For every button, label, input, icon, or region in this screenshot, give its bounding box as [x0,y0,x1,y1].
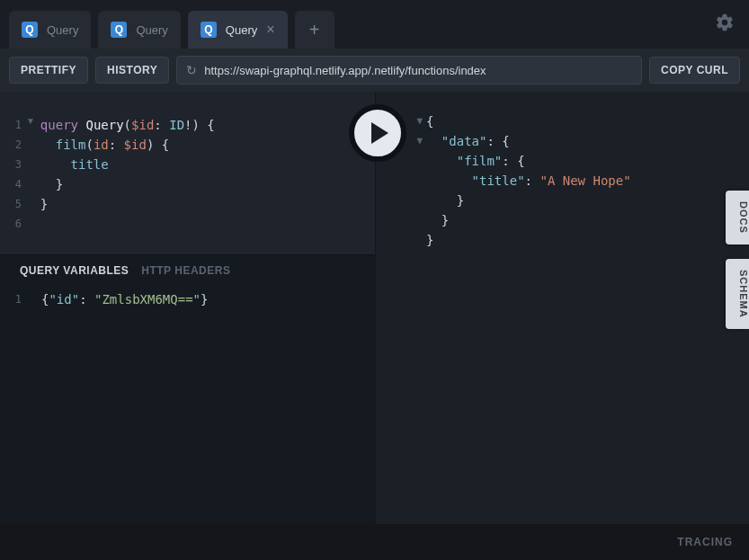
tab-marker-icon: Q [22,22,38,38]
variables-tabs: QUERY VARIABLES HTTP HEADERS [0,255,375,286]
query-code[interactable]: query Query($id: ID!) { film(id: $id) { … [25,115,368,214]
tab-query-3[interactable]: Q Query × [188,11,288,49]
result-pane: ▼ ▼ { "data": { "film": { "title": "A Ne… [376,92,749,524]
history-button[interactable]: HISTORY [95,57,169,84]
line-number: 1 [0,289,22,309]
play-icon [369,120,390,146]
tab-query-variables[interactable]: QUERY VARIABLES [20,264,129,277]
schema-panel-handle[interactable]: SCHEMA [726,259,749,329]
tab-label: Query [136,23,167,37]
close-icon[interactable]: × [266,22,274,37]
line-number: 1 [0,115,22,135]
line-number: 4 [0,174,22,194]
tab-label: Query [226,23,257,37]
tab-query-2[interactable]: Q Query [98,11,180,49]
tab-bar: Q Query Q Query Q Query × + [0,0,749,49]
refresh-icon[interactable]: ↻ [186,63,197,77]
tab-marker-icon: Q [111,22,127,38]
query-editor[interactable]: 1 2 3 4 5 6 ▼ query Query($id: ID!) { fi… [0,92,375,254]
result-code[interactable]: { "data": { "film": { "title": "A New Ho… [426,111,742,250]
tab-marker-icon: Q [201,22,217,38]
variables-gutter: 1 [0,289,25,524]
tab-query-1[interactable]: Q Query [9,11,91,49]
variables-editor[interactable]: 1 {"id": "ZmlsbXM6MQ=="} [0,286,375,524]
variables-panel: QUERY VARIABLES HTTP HEADERS 1 {"id": "Z… [0,254,375,524]
tab-label: Query [47,23,78,37]
variables-code[interactable]: {"id": "ZmlsbXM6MQ=="} [41,289,368,309]
prettify-button[interactable]: PRETTIFY [9,57,88,84]
url-input[interactable] [204,64,632,77]
copy-curl-button[interactable]: COPY CURL [649,57,740,84]
line-number: 2 [0,135,22,155]
docs-panel-handle[interactable]: DOCS [726,191,749,244]
toolbar: PRETTIFY HISTORY ↻ COPY CURL [0,49,749,92]
url-bar: ↻ [176,56,642,84]
tab-http-headers[interactable]: HTTP HEADERS [141,264,230,277]
line-number: 6 [0,214,22,234]
line-number: 3 [0,155,22,174]
execute-button[interactable] [349,104,406,162]
line-number: 5 [0,194,22,214]
new-tab-button[interactable]: + [295,11,334,49]
tracing-panel-handle[interactable]: TRACING [0,524,749,560]
editor-gutter: 1 2 3 4 5 6 [0,115,25,254]
editor-column: 1 2 3 4 5 6 ▼ query Query($id: ID!) { fi… [0,92,376,524]
gear-icon[interactable] [715,13,735,35]
plus-icon: + [309,20,320,40]
main-area: 1 2 3 4 5 6 ▼ query Query($id: ID!) { fi… [0,92,749,524]
